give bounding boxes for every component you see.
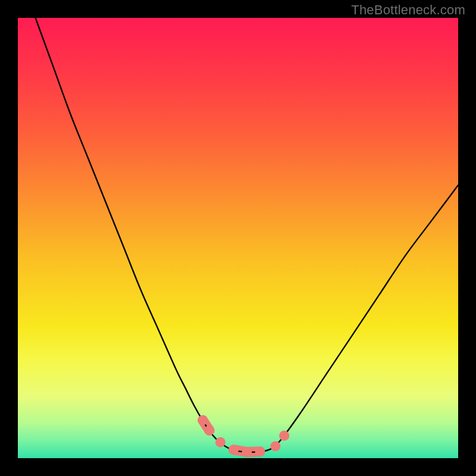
bottleneck-curve xyxy=(36,18,458,452)
watermark-text: TheBottleneck.com xyxy=(351,2,465,18)
curve-marker xyxy=(228,444,239,455)
curve-marker xyxy=(215,437,226,447)
marker-group xyxy=(198,415,289,457)
curve-marker xyxy=(198,415,208,425)
curve-marker xyxy=(255,446,265,456)
curve-marker xyxy=(242,447,252,457)
curve-layer xyxy=(18,18,458,458)
curve-marker xyxy=(204,425,214,436)
chart-frame xyxy=(12,12,464,464)
plot-area xyxy=(18,18,458,458)
curve-marker xyxy=(270,441,280,452)
curve-marker xyxy=(279,431,289,441)
